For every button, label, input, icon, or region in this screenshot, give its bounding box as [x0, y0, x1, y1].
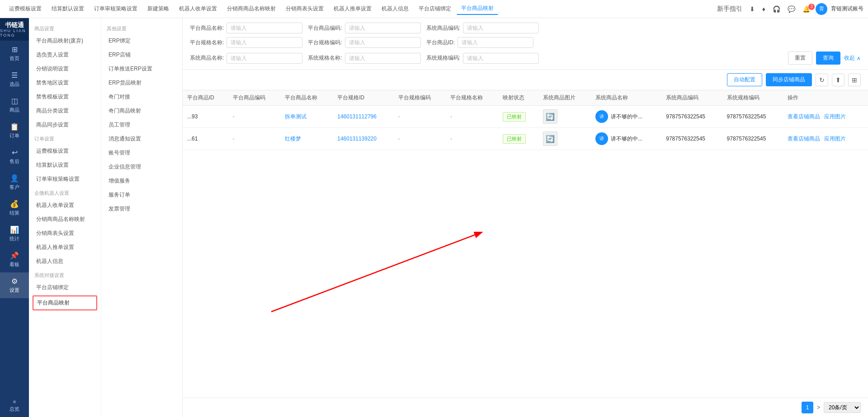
filter-system-spec-name-label: 系统规格名称: [308, 54, 342, 62]
menu-erp-goods-map[interactable]: ERP货品映射 [101, 76, 174, 90]
refresh-icon-btn[interactable]: ↻ [816, 74, 828, 86]
filter-system-name-input[interactable] [226, 53, 302, 64]
menu-invoice[interactable]: 发票管理 [101, 202, 174, 216]
menu-value-added[interactable]: 增值服务 [101, 174, 174, 188]
menu-robot-push[interactable]: 机器人推单设置 [29, 240, 101, 254]
menu-order-audit[interactable]: 订单审核策略设置 [29, 172, 101, 186]
sidebar-label-board: 看板 [9, 261, 19, 268]
sidebar-item-home[interactable]: ⊞ 首页 [0, 41, 29, 66]
menu-platform-bind[interactable]: 平台店铺绑定 [29, 281, 101, 295]
menu-platform-mapping-deprecated[interactable]: 平台商品映射(废弃) [29, 34, 101, 48]
nav-jiqiren-info[interactable]: 机器人信息 [377, 3, 413, 14]
reset-button[interactable]: 重置 [788, 52, 812, 65]
menu-product-category[interactable]: 商品分类设置 [29, 104, 101, 118]
chat-icon[interactable]: 💬 [786, 5, 797, 14]
nav-fenxiao-name[interactable]: 分销商商品名称映射 [222, 3, 280, 14]
col-sys-name: 系统商品名称 [591, 90, 661, 106]
username[interactable]: 育链测试账号 [831, 5, 863, 13]
user-avatar[interactable]: 育 [816, 3, 827, 15]
menu-forbidden-area[interactable]: 禁售地区设置 [29, 76, 101, 90]
logo[interactable]: 书链通 SHU LIAN TONG [0, 18, 29, 41]
filter-system-spec-name-input[interactable] [345, 53, 421, 64]
new-guide-btn[interactable]: 新手指引 [715, 4, 744, 14]
menu-platform-mapping[interactable]: 平台商品映射 [33, 295, 97, 310]
menu-order-push-erp[interactable]: 订单推送ERP设置 [101, 62, 174, 76]
view-shop-product-link[interactable]: 查看店铺商品 [788, 113, 820, 120]
sidebar-item-finance[interactable]: 💰 结算 [0, 195, 29, 221]
menu-qimen-goods-map[interactable]: 奇门商品映射 [101, 104, 174, 118]
sidebar-item-overview[interactable]: ≡ 总览 [0, 394, 29, 417]
nav-platform-mapping[interactable]: 平台商品映射 [457, 3, 498, 15]
sidebar-item-customer[interactable]: 👤 客户 [0, 169, 29, 195]
pagination-arrow[interactable]: > [817, 404, 820, 411]
menu-robot-info[interactable]: 机器人信息 [29, 254, 101, 268]
sidebar-item-selection[interactable]: ☰ 选品 [0, 66, 29, 92]
page-1-btn[interactable]: 1 [802, 402, 813, 413]
product-icon: 讲 [595, 132, 608, 145]
apply-image-link[interactable]: 应用图片 [824, 136, 846, 142]
nav-yunfei[interactable]: 运费模板设置 [5, 3, 46, 14]
nav-dingdan-audit[interactable]: 订单审核策略设置 [90, 3, 142, 14]
menu-robot-receive[interactable]: 机器人收单设置 [29, 198, 101, 212]
menu-product-sync[interactable]: 商品同步设置 [29, 118, 101, 132]
apply-image-link[interactable]: 应用图片 [824, 113, 846, 120]
menu-forbidden-template[interactable]: 禁售模板设置 [29, 90, 101, 104]
download-icon[interactable]: ⬇ [748, 5, 757, 14]
nav-platform-bind[interactable]: 平台店铺绑定 [414, 3, 456, 14]
filter-platform-spec-name-input[interactable] [226, 37, 302, 48]
export-icon-btn[interactable]: ⬆ [832, 74, 844, 86]
filter-system-code-input[interactable] [463, 23, 539, 33]
filter-bar: 平台商品名称: 平台商品编码: 系统商品编码: 平台规格名称: [183, 18, 868, 70]
menu-company-info[interactable]: 企业信息管理 [101, 160, 174, 174]
sidebar-label-aftersale: 售后 [9, 158, 19, 165]
menu-account-mgmt[interactable]: 账号管理 [101, 146, 174, 160]
menu-person-setting[interactable]: 选负责人设置 [29, 48, 101, 62]
menu-fenxiao-header[interactable]: 分销商表头设置 [29, 226, 101, 240]
collapse-button[interactable]: 收起 ∧ [844, 54, 861, 62]
filter-system-spec-code-label: 系统规格编码: [426, 54, 460, 62]
top-nav-right: 新手指引 ⬇ ♦ 🎧 💬 🔔 3 育 育链测试账号 [715, 3, 863, 15]
sidebar-item-aftersale[interactable]: ↩ 售后 [0, 144, 29, 169]
menu-fenxiao-name-map[interactable]: 分销商商品名称映射 [29, 212, 101, 226]
nav-xinjian[interactable]: 新建策略 [143, 3, 174, 14]
columns-icon-btn[interactable]: ⊞ [848, 74, 861, 86]
sidebar-item-order[interactable]: 📋 订单 [0, 118, 29, 144]
menu-yunfei-template[interactable]: 运费模板设置 [29, 144, 101, 158]
menu-msg-notify[interactable]: 消息通知设置 [101, 132, 174, 146]
table-header: 平台商品ID 平台商品编码 平台商品名称 平台规格ID 平台规格编码 平台规格名… [183, 90, 868, 106]
auto-config-button[interactable]: 自动配置 [727, 73, 762, 86]
notification-wrap[interactable]: 🔔 3 [801, 5, 812, 13]
view-shop-product-link[interactable]: 查看店铺商品 [788, 136, 820, 142]
menu-service-order[interactable]: 服务订单 [101, 188, 174, 202]
sidebar-item-product[interactable]: ◫ 商品 [0, 92, 29, 118]
filter-platform-name-input[interactable] [226, 23, 302, 33]
per-page-select[interactable]: 20条/页 50条/页 100条/页 [824, 402, 861, 413]
nav-jiqiren-push[interactable]: 机器人推单设置 [329, 3, 376, 14]
table-toolbar: 自动配置 同步店铺商品 ↻ ⬆ ⊞ [183, 70, 868, 90]
sidebar-item-board[interactable]: 📌 看板 [0, 247, 29, 272]
menu-qimen[interactable]: 奇门对接 [101, 90, 174, 104]
nav-jiesuan[interactable]: 结算默认设置 [47, 3, 89, 14]
sync-shop-button[interactable]: 同步店铺商品 [766, 73, 812, 86]
col-platform-name: 平台商品名称 [280, 90, 333, 106]
sidebar-item-settings[interactable]: ⚙ 设置 [0, 272, 29, 298]
menu-erp-shop[interactable]: ERP店铺 [101, 48, 174, 62]
filter-platform-spec-code-input[interactable] [345, 37, 421, 48]
cell-platform-spec-code: - [394, 106, 446, 128]
filter-system-spec-code-input[interactable] [463, 53, 539, 64]
star-icon[interactable]: ♦ [760, 5, 767, 14]
filter-platform-code-input[interactable] [345, 23, 421, 33]
menu-jiesuan-default[interactable]: 结算默认设置 [29, 158, 101, 172]
query-button[interactable]: 查询 [816, 52, 840, 65]
filter-platform-id-input[interactable] [458, 37, 533, 48]
nav-fenxiao-header[interactable]: 分销商表头设置 [281, 3, 328, 14]
menu-staff-mgmt[interactable]: 员工管理 [101, 118, 174, 132]
product-image: 🔄 [543, 109, 557, 124]
nav-jiqiren-shoudian[interactable]: 机器人收单设置 [175, 3, 222, 14]
sidebar-item-stats[interactable]: 📊 统计 [0, 221, 29, 247]
filter-row-3: 系统商品名称: 系统规格名称: 系统规格编码: 重置 查询 收起 ∧ [190, 52, 861, 65]
customer-icon: 👤 [10, 174, 19, 183]
headset-icon[interactable]: 🎧 [771, 5, 782, 14]
menu-erp-bind[interactable]: ERP绑定 [101, 34, 174, 48]
menu-fenxiao-desc[interactable]: 分销说明设置 [29, 62, 101, 76]
